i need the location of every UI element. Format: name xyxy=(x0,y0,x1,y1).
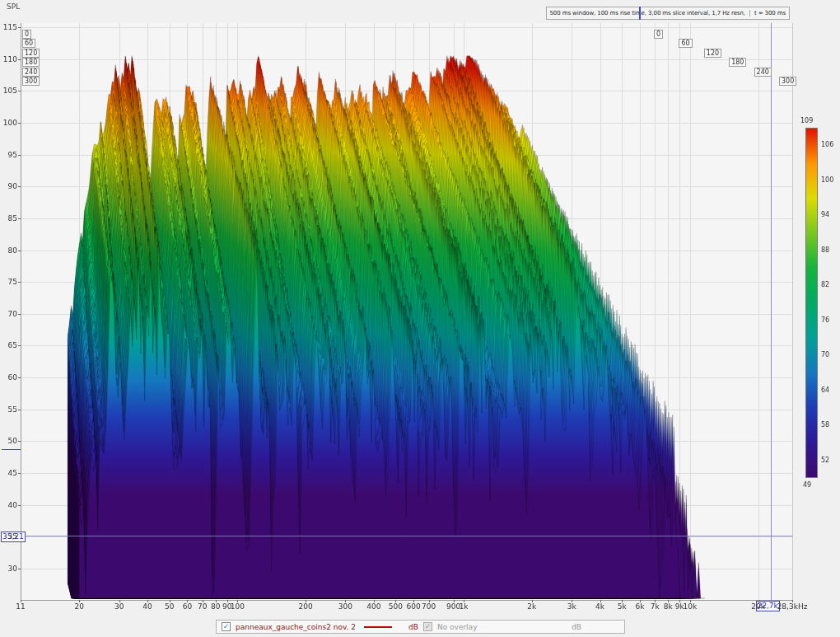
frequency-tick-label: 400 xyxy=(366,602,380,611)
spl-tick-label: 95 xyxy=(0,151,17,159)
spl-tick-label: 65 xyxy=(0,341,17,349)
spl-tick-label: 115 xyxy=(0,23,17,31)
frequency-tick-label: 1k xyxy=(460,602,469,611)
spl-tick-label: 40 xyxy=(0,501,17,509)
measurement-settings-box: 500 ms window, 100 ms rise time, 3,00 ms… xyxy=(546,7,790,20)
time-tick-label-left: 240 xyxy=(22,68,40,77)
frequency-tick-label: 30 xyxy=(114,602,124,611)
time-tick-label-left: 300 xyxy=(22,77,40,86)
spl-axis-title: SPL xyxy=(7,2,20,11)
spl-tick-label: 45 xyxy=(0,469,17,477)
frequency-tick-label: 80 xyxy=(211,602,220,611)
frequency-tick-label: 600 xyxy=(407,602,421,611)
spl-tick-label: 30 xyxy=(0,564,17,573)
colorbar-tick-label: 64 xyxy=(821,386,829,395)
frequency-tick-label: 60 xyxy=(183,602,192,611)
colorbar-tick-label: 58 xyxy=(821,421,829,429)
time-tick-label-left: 180 xyxy=(22,58,40,67)
spl-tick-label: 85 xyxy=(0,214,17,222)
spl-tick-label: 55 xyxy=(0,405,17,414)
frequency-tick-label: 5k xyxy=(618,602,627,611)
frequency-tick-label: 20 xyxy=(75,602,84,611)
frequency-tick-label: 200 xyxy=(298,602,312,611)
colorbar-tick-label: 106 xyxy=(821,141,833,149)
time-tick-label-right: 60 xyxy=(679,39,692,48)
measurement-units-label: dB xyxy=(408,623,418,631)
frequency-tick-label: 500 xyxy=(389,602,403,611)
measurement-visibility-checkbox[interactable]: ✓ xyxy=(222,622,231,631)
spl-tick-label: 100 xyxy=(0,119,17,127)
time-tick-label-left: 120 xyxy=(22,49,40,58)
spl-tick-label: 80 xyxy=(0,246,17,255)
overlay-checkbox[interactable]: ✓ xyxy=(423,622,432,631)
frequency-tick-label: 10k xyxy=(684,602,698,611)
spl-tick-label: 105 xyxy=(0,87,17,95)
colorbar-tick-label: 70 xyxy=(821,351,829,359)
spl-tick-label: 75 xyxy=(0,278,17,286)
time-tick-label-right: 300 xyxy=(779,77,796,86)
colorbar-tick-label: 82 xyxy=(821,281,829,289)
frequency-tick-label: 50 xyxy=(165,602,174,611)
waterfall-plot-canvas[interactable] xyxy=(0,0,840,637)
frequency-tick-label: 100 xyxy=(231,602,245,611)
window-settings-text: 500 ms window, 100 ms rise time, 3,00 ms… xyxy=(550,10,745,16)
frequency-tick-label: 4k xyxy=(595,602,604,611)
measurement-name-label: panneaux_gauche_coins2 nov. 2 xyxy=(236,623,356,631)
no-overlay-label: No overlay xyxy=(437,623,478,631)
colorbar-tick-label: 88 xyxy=(821,246,829,255)
time-tick-label-left: 0 xyxy=(22,30,31,39)
overlay-units-label: dB xyxy=(572,623,581,631)
spl-tick-label: 90 xyxy=(0,182,17,190)
time-tick-label-right: 180 xyxy=(729,58,746,67)
frequency-tick-label: 7k xyxy=(651,602,660,611)
colorbar-min-label: 49 xyxy=(803,481,811,489)
legend-bar: ✓ panneaux_gauche_coins2 nov. 2 dB ✓ No … xyxy=(216,620,625,634)
rew-waterfall-window: SPL 500 ms window, 100 ms rise time, 3,0… xyxy=(0,0,840,637)
checkmark-icon: ✓ xyxy=(425,623,432,630)
frequency-tick-label: 28,3kHz xyxy=(777,602,808,611)
colorbar-tick-label: 76 xyxy=(821,316,829,325)
frequency-tick-label: 700 xyxy=(422,602,436,611)
frequency-tick-label: 2k xyxy=(527,602,536,611)
frequency-tick-label: 900 xyxy=(446,602,460,611)
frequency-tick-label: 300 xyxy=(338,602,352,611)
time-tick-label-right: 240 xyxy=(754,68,772,77)
spl-tick-label: 110 xyxy=(0,55,17,63)
frequency-tick-label: 6k xyxy=(635,602,644,611)
measurement-line-sample xyxy=(364,626,392,628)
spl-tick-label: 70 xyxy=(0,310,17,318)
frequency-tick-label: 11 xyxy=(16,602,25,611)
colorbar-tick-label: 52 xyxy=(821,457,829,465)
time-tick-label-right: 0 xyxy=(654,30,663,39)
spl-tick-label: 35 xyxy=(0,532,17,541)
frequency-tick-label: 40 xyxy=(142,602,152,611)
frequency-tick-label: 70 xyxy=(198,602,207,611)
colorbar-tick-label: 100 xyxy=(821,176,833,185)
time-tick-label-right: 120 xyxy=(704,49,721,58)
time-tick-label-left: 60 xyxy=(22,39,35,48)
spl-colorbar xyxy=(805,128,818,478)
frequency-tick-label: 20k xyxy=(751,602,765,611)
time-slider-cursor[interactable] xyxy=(639,7,641,20)
checkmark-icon: ✓ xyxy=(223,623,230,630)
colorbar-tick-label: 94 xyxy=(821,211,829,219)
frequency-tick-label: 3k xyxy=(567,602,576,611)
frequency-tick-label: 8k xyxy=(664,602,673,611)
spl-tick-label: 60 xyxy=(0,373,17,382)
spl-tick-label: 50 xyxy=(0,437,17,445)
time-readout: t = 300 ms xyxy=(749,10,786,16)
colorbar-max-label: 109 xyxy=(800,117,813,124)
